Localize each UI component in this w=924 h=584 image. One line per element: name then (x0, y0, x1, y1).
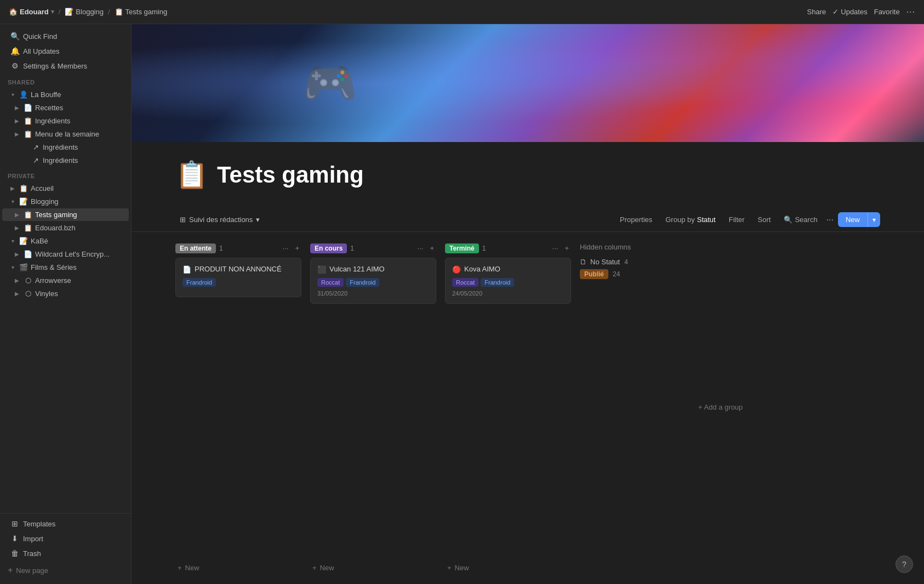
search-icon: 🔍 (10, 32, 20, 41)
sidebar-item-allupdates[interactable]: 🔔 All Updates (2, 44, 129, 58)
workspace-icon: 🏠 (9, 8, 18, 16)
private-section-label: PRIVATE (0, 167, 131, 182)
sidebar-item-quickfind[interactable]: 🔍 Quick Find (2, 29, 129, 43)
chevron-right-icon: ▶ (13, 212, 21, 218)
sidebar-item-settings[interactable]: ⚙ Settings & Members (2, 59, 129, 73)
sidebar-item-arrowverse[interactable]: ▶ ⬡ Arrowverse (2, 274, 129, 287)
sidebar-top: 🔍 Quick Find 🔔 All Updates ⚙ Settings & … (0, 24, 131, 305)
sidebar-item-ingredients1[interactable]: ▶ 📋 Ingrédients (2, 115, 129, 127)
count-termine: 1 (482, 245, 486, 252)
more-options-button[interactable]: ··· (906, 7, 915, 17)
sidebar-item-wildcard[interactable]: ▶ 📄 Wildcard Let's Encryp... (2, 248, 129, 260)
column-more-en-cours[interactable]: ··· (415, 243, 426, 253)
tests-gaming-sidebar-icon: 📋 (23, 211, 33, 219)
column-header-en-attente: En attente 1 ··· + (175, 241, 301, 258)
sidebar-item-labouffe[interactable]: ▾ 👤 La Bouffe (2, 88, 129, 101)
toolbar-more-button[interactable]: ··· (826, 215, 834, 225)
sidebar: 🔍 Quick Find 🔔 All Updates ⚙ Settings & … (0, 24, 132, 584)
page-title-row: 📋 Tests gaming (175, 160, 880, 190)
db-toolbar-right: Properties Group by Statut Filter Sort 🔍… (615, 212, 880, 227)
share-button[interactable]: Share (807, 8, 826, 16)
filter-button[interactable]: Filter (725, 213, 749, 226)
properties-button[interactable]: Properties (615, 213, 657, 226)
sort-button[interactable]: Sort (754, 213, 775, 226)
column-add-en-cours[interactable]: + (427, 243, 436, 253)
updates-button[interactable]: ✓ Updates (832, 8, 867, 16)
sidebar-item-templates[interactable]: ⊞ Templates (2, 517, 129, 531)
topbar-right: Share ✓ Updates Favorite ··· (807, 7, 915, 17)
card-doc-icon: 📄 (182, 265, 191, 274)
favorite-button[interactable]: Favorite (874, 8, 900, 16)
films-icon: 🎬 (19, 263, 28, 271)
main-layout: 🔍 Quick Find 🔔 All Updates ⚙ Settings & … (0, 24, 924, 584)
card-vulcan-121-aimo[interactable]: ⬛ Vulcan 121 AIMO Roccat Frandroid 31/05… (310, 258, 436, 304)
blogging-icon: 📝 (19, 197, 28, 206)
column-add-en-attente[interactable]: + (293, 243, 301, 253)
add-card-en-cours[interactable]: + New (310, 560, 436, 575)
column-more-en-attente[interactable]: ··· (281, 243, 291, 253)
card-title: 🔴 Kova AIMO (452, 265, 564, 274)
workspace-label: Edouard (20, 8, 49, 16)
group-by-button[interactable]: Group by Statut (661, 213, 720, 226)
chevron-right-icon: ▶ (9, 185, 16, 191)
add-card-termine[interactable]: + New (445, 560, 571, 575)
sidebar-item-trash[interactable]: 🗑 Trash (2, 546, 129, 560)
column-actions-termine: ··· + (550, 243, 571, 253)
chevron-right-icon: ▶ (13, 131, 21, 137)
add-card-en-attente[interactable]: + New (175, 560, 301, 575)
vinyles-icon: ⬡ (23, 290, 33, 298)
view-selector[interactable]: ⊞ Suivi des rédactions ▾ (175, 213, 264, 226)
sidebar-item-menu[interactable]: ▶ 📋 Menu de la semaine (2, 128, 129, 140)
sidebar-item-accueil[interactable]: ▶ 📋 Accueil (2, 182, 129, 195)
column-actions-en-attente: ··· + (281, 243, 301, 253)
sidebar-bottom: ⊞ Templates ⬇ Import 🗑 Trash + New page (0, 513, 131, 580)
new-button-main[interactable]: New (838, 212, 868, 227)
card-kova-aimo[interactable]: 🔴 Kova AIMO Roccat Frandroid 24/05/2020 (445, 258, 571, 304)
checkmark-icon: ✓ (832, 8, 839, 16)
badge-termine: Terminé (445, 243, 479, 253)
sidebar-item-recettes[interactable]: ▶ 📄 Recettes (2, 101, 129, 114)
card-keyboard-icon: ⬛ (317, 265, 326, 274)
breadcrumb-sep-1: / (59, 8, 61, 16)
column-en-cours: En cours 1 ··· + ⬛ Vulcan 121 AIMO (310, 241, 436, 575)
new-page-button[interactable]: + New page (0, 561, 131, 580)
add-group-button[interactable]: + Add a group (698, 241, 775, 575)
labouffe-icon: 👤 (19, 90, 28, 99)
page-title: Tests gaming (217, 162, 364, 188)
column-en-attente: En attente 1 ··· + 📄 PRODUIT NON ANNONCÉ (175, 241, 301, 575)
sidebar-item-edouard-bzh[interactable]: ▶ 📋 Edouard.bzh (2, 222, 129, 234)
no-statut-count: 4 (624, 258, 628, 266)
column-actions-en-cours: ··· + (415, 243, 436, 253)
cards-termine: 🔴 Kova AIMO Roccat Frandroid 24/05/2020 (445, 258, 571, 558)
sidebar-item-kabe[interactable]: ▾ 📝 KaBé (2, 235, 129, 247)
tag-roccat: Roccat (317, 278, 344, 287)
sidebar-item-ingredients2[interactable]: ▶ ↗ Ingrédients (2, 141, 129, 154)
column-add-termine[interactable]: + (562, 243, 571, 253)
cards-en-attente: 📄 PRODUIT NON ANNONCÉ Frandroid (175, 258, 301, 558)
card-produit-non-annonce[interactable]: 📄 PRODUIT NON ANNONCÉ Frandroid (175, 258, 301, 297)
hidden-columns-section: Hidden columns 🗋 No Statut 4 Publié 24 (580, 241, 689, 575)
workspace[interactable]: 🏠 Edouard ▾ (9, 8, 54, 16)
page-header: 📋 Tests gaming (132, 142, 924, 208)
status-group: 🗋 No Statut 4 Publié 24 (580, 258, 689, 279)
tag-frandroid: Frandroid (182, 278, 216, 287)
cards-en-cours: ⬛ Vulcan 121 AIMO Roccat Frandroid 31/05… (310, 258, 436, 558)
sidebar-item-films[interactable]: ▾ 🎬 Films & Séries (2, 261, 129, 274)
board-area: En attente 1 ··· + 📄 PRODUIT NON ANNONCÉ (132, 232, 924, 584)
count-en-cours: 1 (350, 245, 354, 252)
search-button[interactable]: 🔍 Search (779, 213, 822, 226)
breadcrumb-blogging[interactable]: 📝 Blogging (65, 8, 104, 16)
column-more-termine[interactable]: ··· (550, 243, 561, 253)
new-button-arrow[interactable]: ▾ (868, 213, 880, 227)
content-area: 📋 Tests gaming ⊞ Suivi des rédactions ▾ … (132, 24, 924, 584)
sidebar-item-ingredients3[interactable]: ▶ ↗ Ingrédients (2, 154, 129, 167)
breadcrumb-tests-gaming[interactable]: 📋 Tests gaming (115, 8, 168, 16)
chevron-down-icon: ▾ (9, 238, 16, 244)
accueil-icon: 📋 (19, 184, 28, 192)
help-button[interactable]: ? (896, 555, 913, 573)
sidebar-item-tests-gaming[interactable]: ▶ 📋 Tests gaming (2, 208, 129, 221)
sidebar-item-blogging[interactable]: ▾ 📝 Blogging (2, 195, 129, 208)
card-title: 📄 PRODUIT NON ANNONCÉ (182, 265, 294, 274)
sidebar-item-import[interactable]: ⬇ Import (2, 531, 129, 546)
sidebar-item-vinyles[interactable]: ▶ ⬡ Vinyles (2, 287, 129, 300)
